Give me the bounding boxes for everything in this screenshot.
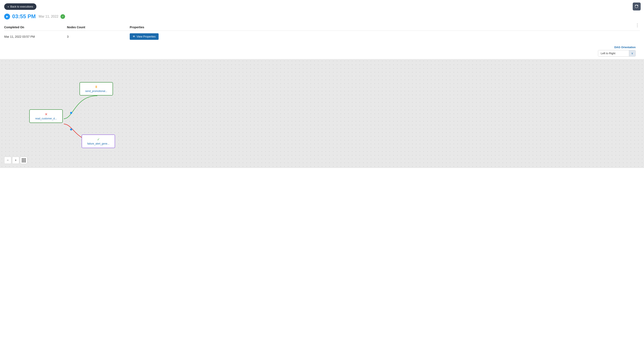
dag-canvas: ✕ read_customer_d... ⏸ send_promotional.… (0, 59, 644, 168)
execution-date: Mar 11, 2022 (39, 15, 58, 19)
dag-orientation-value: Left to Right (598, 50, 629, 56)
back-to-executions-button[interactable]: « Back to executions (4, 3, 36, 10)
node-failure-alert[interactable]: ✓ failure_alert_gene... (82, 134, 115, 148)
zoom-controls: − + (4, 157, 27, 164)
zoom-in-button[interactable]: + (12, 157, 19, 164)
refresh-button[interactable] (633, 3, 641, 11)
back-icon: « (8, 5, 9, 8)
zoom-out-button[interactable]: − (4, 157, 11, 164)
node-send-promotional-label: send_promotional... (84, 90, 109, 93)
zoom-grid-button[interactable] (20, 157, 27, 164)
view-properties-label: View Properties (137, 35, 156, 38)
view-properties-button[interactable]: 👁 View Properties (130, 33, 158, 40)
execution-info-table: Completed On Nodes Count Properties Mar … (4, 24, 640, 42)
play-icon: ▶ (4, 14, 10, 20)
dag-connections-svg (0, 59, 644, 168)
node-send-promotional[interactable]: ⏸ send_promotional... (80, 82, 113, 96)
node-failure-alert-icon: ✓ (86, 137, 111, 141)
back-button-label: Back to executions (10, 5, 33, 8)
nodes-count-value: 3 (67, 31, 130, 43)
svg-point-0 (70, 112, 72, 114)
node-send-promotional-icon: ⏸ (84, 85, 109, 89)
properties-cell: 👁 View Properties (130, 31, 640, 43)
completed-on-value: Mar 11, 2022 03:57 PM (4, 31, 67, 43)
node-read-customer-label: read_customer_d... (34, 117, 58, 120)
node-read-customer[interactable]: ✕ read_customer_d... (29, 109, 63, 123)
node-failure-alert-label: failure_alert_gene... (86, 142, 111, 145)
nodes-count-header: Nodes Count (67, 24, 130, 31)
node-read-customer-icon: ✕ (34, 112, 58, 116)
success-badge: ✓ (60, 14, 65, 19)
dag-orientation-label: DAG Orientation (614, 46, 636, 49)
completed-on-header: Completed On (4, 24, 67, 31)
dag-orientation-section: DAG Orientation Left to Right ∨ (4, 46, 640, 59)
eye-icon: 👁 (133, 35, 135, 38)
properties-header: Properties (130, 24, 640, 31)
more-menu-button[interactable]: ⋮ (635, 23, 640, 28)
execution-time: 03:55 PM (12, 13, 36, 20)
table-row: Mar 11, 2022 03:57 PM 3 👁 View Propertie… (4, 31, 640, 43)
chevron-down-icon: ∨ (629, 50, 636, 56)
svg-point-1 (70, 128, 72, 130)
execution-header: ▶ 03:55 PM Mar 11, 2022 ✓ (4, 13, 640, 20)
grid-icon (22, 158, 26, 162)
dag-orientation-select[interactable]: Left to Right ∨ (598, 50, 636, 57)
